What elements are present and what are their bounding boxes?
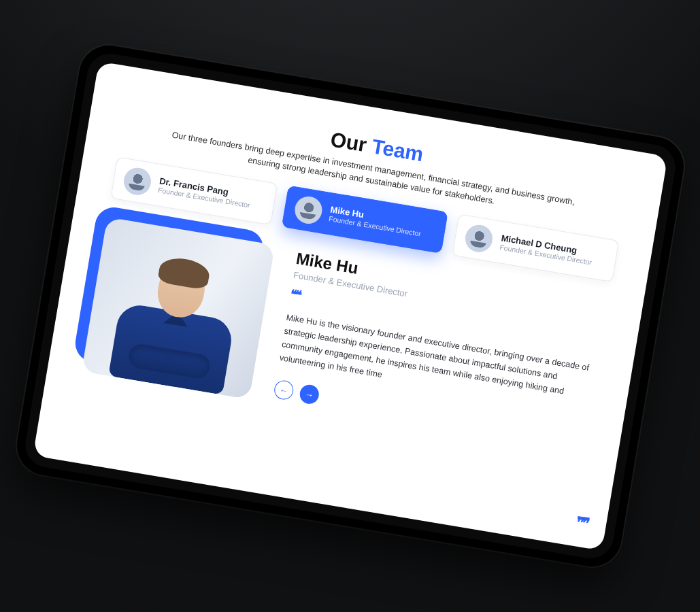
prev-button[interactable]: ← <box>273 379 295 401</box>
avatar <box>463 223 495 254</box>
tablet-device: Our Team Our three founders bring deep e… <box>12 41 688 571</box>
member-photo <box>81 217 275 399</box>
member-photo-frame <box>81 217 275 399</box>
member-card-michael-cheung[interactable]: Michael D Cheung Founder & Executive Dir… <box>452 214 619 283</box>
member-bio: Mike Hu Founder & Executive Director ❝❝ … <box>273 249 609 450</box>
member-card-mike-hu[interactable]: Mike Hu Founder & Executive Director <box>281 186 448 254</box>
heading-pre: Our <box>329 128 373 157</box>
arrow-left-icon: ← <box>278 385 288 395</box>
person-illustration <box>105 241 248 396</box>
tablet-bezel: Our Team Our three founders bring deep e… <box>22 50 679 562</box>
heading-accent: Team <box>370 135 425 165</box>
avatar <box>293 194 324 226</box>
app-screen: Our Team Our three founders bring deep e… <box>33 61 667 551</box>
avatar <box>121 166 152 197</box>
arrow-right-icon: → <box>304 390 314 400</box>
quote-close-icon: ❞❞ <box>574 513 588 532</box>
next-button[interactable]: → <box>298 384 320 405</box>
